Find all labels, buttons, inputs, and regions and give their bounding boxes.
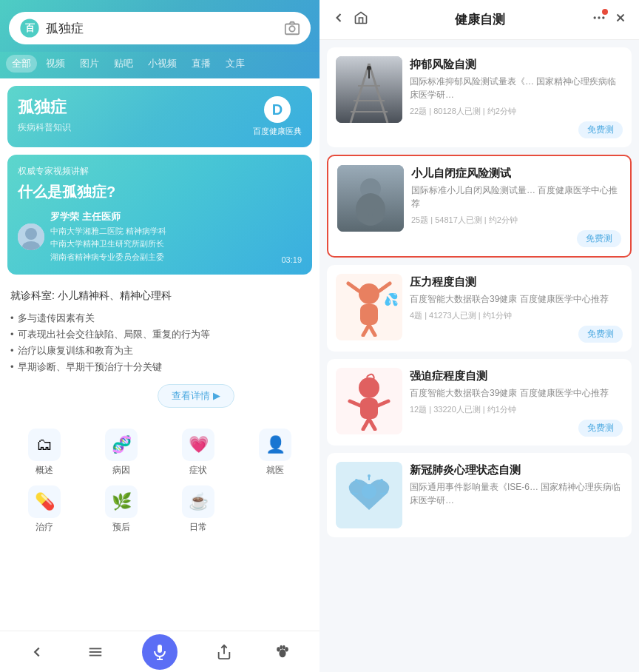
svg-rect-10: [158, 645, 162, 653]
svg-line-42: [369, 325, 375, 335]
ocd-meta: 12题 | 33220人已测 | 约1分钟: [410, 404, 623, 415]
depression-desc: 国际标准抑郁风险测试量表《… 国家精神心理疾病临床医学研…: [410, 75, 623, 101]
stress-thumbnail: 💦: [336, 274, 402, 340]
icon-prognosis[interactable]: 🌿 预后: [87, 485, 155, 534]
icon-cause[interactable]: 🧬 病因: [87, 429, 155, 477]
expert-detail1: 中南大学湘雅二医院 精神病学科: [50, 225, 166, 238]
ocd-free-btn[interactable]: 免费测: [578, 420, 623, 437]
expert-detail2: 中南大学精神卫生研究所副所长: [50, 238, 166, 251]
icon-treatment[interactable]: 💊 治疗: [10, 485, 78, 534]
icon-overview[interactable]: 🗂 概述: [10, 429, 78, 477]
bottom-nav: [0, 631, 320, 672]
test-card-ocd: 强迫症程度自测 百度智能大数据联合39健康 百度健康医学中心推荐 12题 | 3…: [327, 359, 632, 446]
cause-icon: 🧬: [105, 429, 138, 461]
svg-text:💦: 💦: [384, 292, 399, 306]
expert-info: 罗学荣 主任医师 中南大学湘雅二医院 精神病学科 中南大学精神卫生研究所副所长 …: [18, 209, 302, 264]
doctor-label: 就医: [266, 464, 284, 477]
test-info-covid: 新冠肺炎心理状态自测 国际通用事件影响量表《ISE-6… 国家精神心理疾病临床医…: [410, 462, 623, 511]
expert-details: 罗学荣 主任医师 中南大学湘雅二医院 精神病学科 中南大学精神卫生研究所副所长 …: [50, 209, 166, 264]
tab-tieba[interactable]: 贴吧: [108, 55, 139, 73]
autism-free-btn[interactable]: 免费测: [577, 230, 621, 247]
detail-button[interactable]: 查看详情 ▶: [158, 384, 234, 408]
stress-desc: 百度智能大数据联合39健康 百度健康医学中心推荐: [410, 292, 623, 306]
autism-meta: 25题 | 54817人已测 | 约2分钟: [411, 215, 621, 226]
svg-rect-40: [360, 304, 378, 325]
test-info-ocd: 强迫症程度自测 百度智能大数据联合39健康 百度健康医学中心推荐 12题 | 3…: [410, 368, 623, 437]
close-icon[interactable]: [614, 11, 627, 28]
test-info-depression: 抑郁风险自测 国际标准抑郁风险测试量表《… 国家精神心理疾病临床医学研… 22题…: [410, 56, 623, 138]
right-header-title: 健康自测: [368, 11, 592, 28]
autism-thumbnail: [337, 165, 404, 232]
share-button[interactable]: [212, 640, 236, 664]
test-card-stress: 💦 压力程度自测 百度智能大数据联合39健康 百度健康医学中心推荐 4题 | 4…: [327, 265, 632, 352]
icon-doctor[interactable]: 👤 就医: [241, 429, 309, 477]
back-icon[interactable]: [331, 10, 346, 29]
mic-button[interactable]: [142, 634, 178, 670]
svg-point-19: [594, 16, 596, 19]
stress-meta: 4题 | 41273人已测 | 约1分钟: [410, 310, 623, 321]
video-title: 什么是孤独症?: [18, 182, 302, 202]
treatment-icon: 💊: [28, 485, 61, 518]
daily-label: 日常: [189, 521, 207, 534]
svg-point-5: [25, 228, 37, 240]
test-info-autism: 小儿自闭症风险测试 国际标准小儿自闭风险测试量… 百度健康医学中心推荐 25题 …: [411, 165, 621, 247]
svg-line-38: [348, 283, 359, 291]
home-icon[interactable]: [354, 10, 368, 29]
menu-button[interactable]: [84, 640, 107, 664]
svg-point-59: [355, 479, 358, 482]
svg-line-47: [369, 419, 375, 429]
svg-point-35: [357, 208, 369, 223]
overview-label: 概述: [36, 464, 53, 477]
header-right-icons: [592, 10, 627, 29]
cause-label: 病因: [112, 464, 130, 477]
baidu-d-icon: D: [264, 96, 291, 123]
autism-desc: 国际标准小儿自闭风险测试量… 百度健康医学中心推荐: [411, 184, 621, 210]
tab-library[interactable]: 文库: [220, 55, 251, 73]
symptom-label: 症状: [189, 464, 207, 477]
tab-video[interactable]: 视频: [40, 55, 71, 73]
svg-line-48: [350, 401, 360, 406]
test-card-covid: 新冠肺炎心理状态自测 国际通用事件影响量表《ISE-6… 国家精神心理疾病临床医…: [327, 453, 632, 537]
daily-icon: ☕: [182, 485, 214, 518]
depression-free-btn[interactable]: 免费测: [578, 121, 623, 138]
test-card-autism: 小儿自闭症风险测试 国际标准小儿自闭风险测试量… 百度健康医学中心推荐 25题 …: [327, 155, 632, 258]
svg-point-57: [383, 492, 386, 495]
depression-title: 抑郁风险自测: [410, 56, 623, 72]
search-input-row[interactable]: 百 孤独症: [9, 12, 311, 44]
depression-meta: 22题 | 80128人已测 | 约2分钟: [410, 106, 623, 117]
icon-symptom[interactable]: 💗 症状: [164, 429, 232, 477]
ocd-title: 强迫症程度自测: [410, 368, 623, 383]
tab-short-video[interactable]: 小视频: [142, 55, 183, 73]
right-panel: 健康自测: [320, 0, 639, 672]
bullet-3: 治疗以康复训练和教育为主: [10, 343, 309, 359]
svg-point-30: [367, 66, 371, 70]
svg-point-20: [598, 16, 600, 19]
expert-name: 罗学荣 主任医师: [50, 209, 166, 225]
symptom-icon: 💗: [182, 429, 214, 461]
covid-thumbnail: [336, 462, 402, 528]
tab-image[interactable]: 图片: [74, 55, 105, 73]
prognosis-icon: 🌿: [105, 485, 138, 518]
bullet-4: 早期诊断、早期干预治疗十分关键: [10, 359, 309, 375]
stress-title: 压力程度自测: [410, 274, 623, 289]
svg-point-55: [380, 479, 383, 482]
more-icon[interactable]: [592, 13, 606, 28]
baidu-icon: 百: [19, 18, 40, 38]
baidu-health-logo[interactable]: D 百度健康医典: [253, 96, 302, 137]
svg-point-21: [602, 16, 604, 19]
ocd-thumbnail: [336, 368, 402, 434]
tab-live[interactable]: 直播: [186, 55, 217, 73]
svg-point-51: [362, 484, 376, 499]
prognosis-label: 预后: [112, 521, 130, 534]
paw-button[interactable]: [271, 640, 294, 664]
stress-free-btn[interactable]: 免费测: [578, 326, 623, 343]
tab-all[interactable]: 全部: [6, 55, 37, 73]
depression-thumbnail: [336, 56, 402, 123]
video-section[interactable]: 权威专家视频讲解 什么是孤独症? 罗学荣 主任医师 中南大学湘雅二医院 精神病学…: [7, 155, 312, 275]
test-card-depression: 抑郁风险自测 国际标准抑郁风险测试量表《… 国家精神心理疾病临床医学研… 22题…: [327, 47, 632, 147]
camera-icon[interactable]: [284, 20, 300, 36]
icon-daily[interactable]: ☕ 日常: [164, 485, 232, 534]
back-button[interactable]: [25, 640, 49, 664]
disease-subtitle: 疾病科普知识: [18, 121, 71, 134]
header-left-icons: [331, 10, 368, 29]
